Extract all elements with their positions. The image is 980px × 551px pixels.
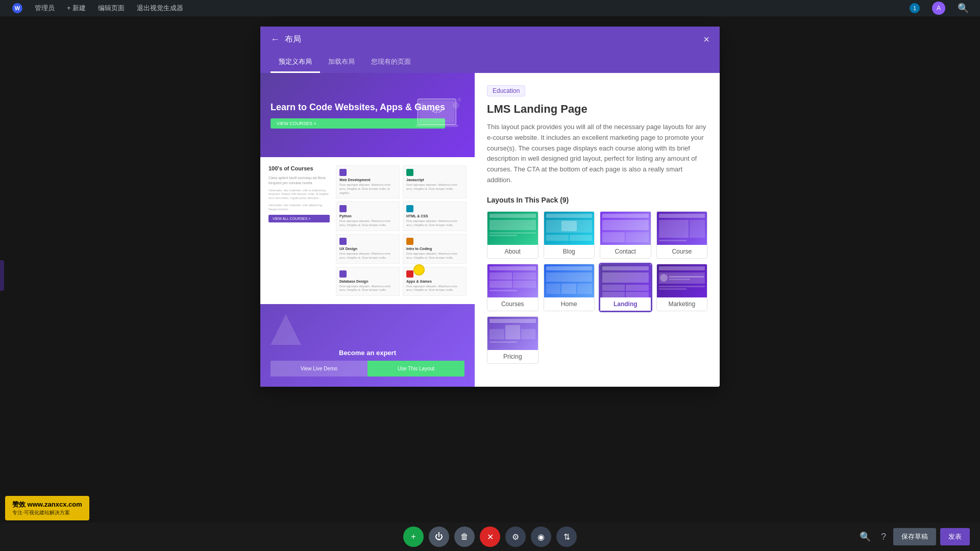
- layout-thumb-img-home: [544, 264, 595, 297]
- layouts-grid: About Blog: [487, 211, 707, 364]
- admin-bar: W 管理员 + 新建 编辑页面 退出视觉生成器 1 A 🔍: [0, 0, 980, 16]
- svg-rect-6: [415, 103, 424, 108]
- wp-icon: W: [12, 3, 22, 13]
- toolbar-settings-button[interactable]: ⚙: [505, 527, 526, 547]
- toolbar-power-button[interactable]: ⏻: [429, 527, 449, 547]
- toolbar-responsive-button[interactable]: ⇅: [556, 527, 577, 547]
- layout-thumb-blog[interactable]: Blog: [544, 211, 595, 259]
- preview-cta-section: Become an expert View Live Demo Use This…: [260, 304, 475, 387]
- layout-label-home: Home: [544, 297, 595, 311]
- svg-point-4: [453, 102, 459, 109]
- modal-back-button[interactable]: ←: [271, 34, 280, 45]
- preview-courses-desc: Class aptent taciti sociosqu ad litora t…: [268, 176, 330, 186]
- layout-label-pricing: Pricing: [487, 350, 538, 363]
- toolbar-right-actions: 🔍 ? 保存草稿 发表: [856, 528, 970, 545]
- modal-header: ← 布局 ×: [260, 27, 720, 52]
- layout-thumb-img-about: [487, 212, 538, 245]
- layout-description: This layout pack provides you will all o…: [487, 122, 707, 186]
- layout-thumb-img-course: [657, 212, 707, 245]
- category-badge: Education: [487, 85, 525, 96]
- admin-bar-edit-page[interactable]: 编辑页面: [92, 0, 131, 16]
- tab-predefined[interactable]: 预定义布局: [271, 52, 320, 73]
- layout-thumb-courses[interactable]: Courses: [487, 264, 538, 311]
- layout-thumb-marketing[interactable]: Marketing: [656, 264, 708, 311]
- layout-label-contact: Contact: [600, 245, 651, 258]
- svg-point-5: [457, 97, 461, 102]
- info-panel: Education LMS Landing Page This layout p…: [475, 73, 720, 387]
- course-item-7: Database Design Duis egosque aliquam. Ma…: [336, 267, 400, 296]
- bottom-toolbar: + ⏻ 🗑 ✕ ⚙ ◉ ⇅ 🔍 ? 保存草稿 发表: [0, 522, 980, 551]
- layout-thumb-course[interactable]: Course: [656, 211, 708, 259]
- layout-thumb-img-marketing: [657, 264, 707, 297]
- layout-modal: ← 布局 × 预定义布局 加载布局 您现有的页面 Learn to Code W…: [260, 27, 720, 387]
- layout-label-course: Course: [657, 245, 707, 258]
- course-item-3: Python Duis egosque aliquam. Maximus ero…: [336, 202, 400, 231]
- svg-rect-3: [415, 124, 458, 127]
- updates-icon[interactable]: 1: [904, 0, 925, 16]
- toolbar-add-button[interactable]: +: [403, 527, 424, 547]
- preview-cta-buttons: View Live Demo Use This Layout: [271, 361, 464, 377]
- tab-load[interactable]: 加载布局: [320, 52, 363, 73]
- watermark: 赞效 www.zanxcx.com 专注·可视化建站解决方案: [5, 496, 89, 520]
- layout-label-marketing: Marketing: [657, 297, 707, 311]
- toolbar-close-button[interactable]: ✕: [480, 527, 500, 547]
- search-icon[interactable]: 🔍: [952, 0, 974, 16]
- layout-thumb-landing[interactable]: Landing: [600, 264, 651, 311]
- layout-thumb-about[interactable]: About: [487, 211, 538, 259]
- toolbar-help-search-button[interactable]: 🔍: [856, 528, 874, 545]
- preview-courses-grid: Web Development Duis egosque aliquam. Ma…: [336, 165, 467, 296]
- layout-thumb-img-blog: [544, 212, 595, 245]
- modal-overlay: ← 布局 × 预定义布局 加载布局 您现有的页面 Learn to Code W…: [0, 16, 980, 551]
- toolbar-history-button[interactable]: ◉: [531, 527, 551, 547]
- layout-label-courses: Courses: [487, 297, 538, 311]
- course-item-8: Apps & Games Duis egosque aliquam. Maxim…: [403, 267, 467, 296]
- course-item-5: UX Design Duis egosque aliquam. Maximus …: [336, 234, 400, 264]
- preview-courses-heading: 100's of Courses: [268, 165, 330, 171]
- layout-thumb-img-courses: [487, 264, 538, 297]
- modal-title: 布局: [285, 34, 301, 45]
- layout-thumb-img-contact: [600, 212, 651, 245]
- modal-body: Learn to Code Websites, Apps & Games VIE…: [260, 73, 720, 387]
- modal-tabs: 预定义布局 加载布局 您现有的页面: [260, 52, 720, 73]
- use-layout-button[interactable]: Use This Layout: [368, 361, 464, 377]
- preview-cta-title: Become an expert: [339, 349, 396, 357]
- cta-triangle: [271, 314, 301, 345]
- layout-thumb-contact[interactable]: Contact: [600, 211, 651, 259]
- svg-text:</>: </>: [432, 107, 442, 115]
- tab-your-pages[interactable]: 您现有的页面: [363, 52, 419, 73]
- admin-bar-exit-builder[interactable]: 退出视觉生成器: [131, 0, 189, 16]
- admin-bar-right: 1 A 🔍: [904, 0, 974, 16]
- modal-header-left: ← 布局: [271, 34, 301, 45]
- layout-thumb-home[interactable]: Home: [544, 264, 595, 311]
- admin-bar-new[interactable]: + 新建: [61, 0, 92, 16]
- layout-label-about: About: [487, 245, 538, 258]
- course-item-6: Intro to Coding Duis egosque aliquam. Ma…: [403, 234, 467, 264]
- save-draft-button[interactable]: 保存草稿: [893, 528, 936, 545]
- course-item-1: Web Development Duis egosque aliquam. Ma…: [336, 165, 400, 198]
- user-avatar: A: [932, 2, 945, 15]
- preview-hero: Learn to Code Websites, Apps & Games VIE…: [260, 73, 475, 157]
- layout-thumb-img-landing: [600, 264, 651, 297]
- layout-label-blog: Blog: [544, 245, 595, 258]
- preview-view-all-btn[interactable]: VIEW ALL COURSES »: [268, 215, 330, 222]
- course-item-2: Javascript Duis egosque aliquam. Maximus…: [403, 165, 467, 198]
- wp-logo-item[interactable]: W: [6, 0, 29, 16]
- preview-courses-left: 100's of Courses Class aptent taciti soc…: [268, 165, 330, 296]
- toolbar-help-button[interactable]: ?: [878, 529, 889, 545]
- layout-thumb-pricing[interactable]: Pricing: [487, 316, 538, 364]
- admin-bar-admin[interactable]: 管理员: [29, 0, 61, 16]
- modal-close-button[interactable]: ×: [703, 34, 709, 44]
- course-item-4: HTML & CSS Duis egosque aliquam. Maximus…: [403, 202, 467, 231]
- publish-button[interactable]: 发表: [940, 528, 970, 545]
- toolbar-trash-button[interactable]: 🗑: [454, 527, 475, 547]
- preview-panel: Learn to Code Websites, Apps & Games VIE…: [260, 73, 475, 387]
- layout-thumb-img-pricing: [487, 317, 538, 350]
- avatar-icon[interactable]: A: [927, 0, 950, 16]
- layout-label-landing: Landing: [600, 297, 651, 311]
- layouts-pack-title: Layouts In This Pack (9): [487, 196, 707, 204]
- layout-title: LMS Landing Page: [487, 103, 707, 116]
- preview-courses-section: 100's of Courses Class aptent taciti soc…: [260, 157, 475, 304]
- preview-hero-graphic: </>: [413, 83, 464, 144]
- view-live-demo-button[interactable]: View Live Demo: [271, 361, 368, 377]
